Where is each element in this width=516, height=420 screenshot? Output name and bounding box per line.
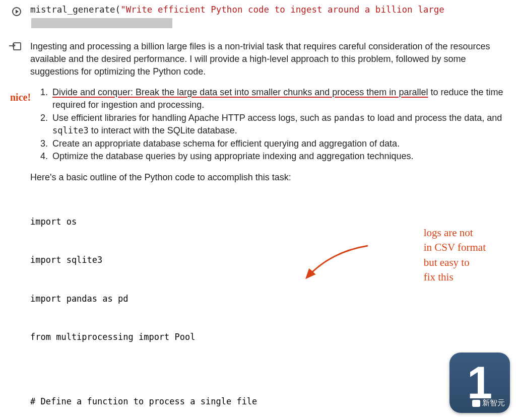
annotation-nice: nice! [10, 92, 31, 103]
input-code-line: mistral_generate("Write efficient Python… [30, 3, 506, 16]
inline-code-sqlite3: sqlite3 [52, 125, 89, 135]
step-3: Create an appropriate database schema fo… [50, 137, 506, 151]
outline-label: Here's a basic outline of the Python cod… [30, 171, 506, 184]
watermark-label: 新智元 [472, 398, 505, 408]
annotation-logs-line: but easy to [424, 255, 486, 270]
play-icon [16, 10, 19, 14]
text-selection-highlight [31, 18, 172, 28]
input-gutter [0, 3, 30, 16]
steps-list: Divide and conquer: Break the large data… [50, 86, 506, 163]
annotation-logs: logs are not in CSV format but easy to f… [424, 226, 486, 285]
inline-code-pandas: pandas [334, 113, 365, 123]
output-gutter [0, 39, 30, 52]
annotation-logs-line: logs are not [424, 226, 486, 240]
step-1: Divide and conquer: Break the large data… [50, 86, 506, 112]
wechat-icon [472, 400, 480, 407]
string-literal: "Write efficient Python code to ingest a… [120, 5, 444, 15]
input-cell-row: mistral_generate("Write efficient Python… [0, 0, 516, 30]
annotation-logs-line: fix this [424, 270, 486, 285]
function-call-name: mistral_generate [30, 5, 115, 15]
output-code-block: import os import sqlite3 import pandas a… [30, 190, 506, 420]
step-4: Optimize the database queries by using a… [50, 150, 506, 163]
run-button[interactable] [12, 7, 21, 16]
step-1-underlined: Divide and conquer: Break the large data… [52, 87, 428, 97]
step-2: Use efficient libraries for handling Apa… [50, 112, 506, 137]
annotation-logs-line: in CSV format [424, 240, 486, 255]
code-line: # Define a function to process a single … [30, 395, 506, 408]
code-line: from multiprocessing import Pool [30, 331, 506, 344]
output-intro: Ingesting and processing a billion large… [30, 40, 506, 78]
code-line: import pandas as pd [30, 293, 506, 306]
output-icon[interactable] [11, 42, 21, 52]
input-cell-content[interactable]: mistral_generate("Write efficient Python… [30, 3, 516, 30]
